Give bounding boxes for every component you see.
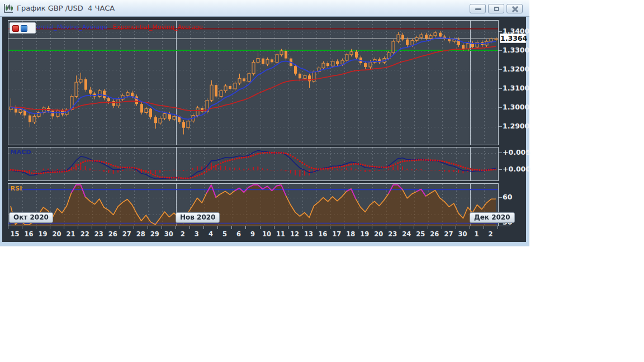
macd-panel: MACD xyxy=(8,147,499,181)
time-axis-tick xyxy=(456,226,456,229)
time-axis-label: 17 xyxy=(329,230,344,238)
window-title-bar[interactable]: График GBP /USD 4 ЧАСА xyxy=(0,0,529,17)
time-axis-tick xyxy=(190,226,190,229)
rsi-chart-canvas[interactable] xyxy=(8,184,498,226)
time-axis-label: 19 xyxy=(357,230,372,238)
time-axis-tick xyxy=(428,226,428,229)
time-axis-tick xyxy=(372,226,372,229)
price-chart-canvas[interactable] xyxy=(8,21,498,145)
time-axis-tick xyxy=(50,226,50,229)
time-axis-tick xyxy=(148,226,148,229)
time-axis-tick xyxy=(484,226,484,229)
time-axis-tick xyxy=(302,226,302,229)
time-axis-label: 23 xyxy=(92,230,106,238)
time-axis-label: 29 xyxy=(148,230,162,238)
time-axis-label: 23 xyxy=(385,230,400,238)
macd-chart-canvas[interactable] xyxy=(8,147,498,180)
time-axis-tick xyxy=(8,226,8,229)
price-axis-label: 1.3200 xyxy=(503,65,528,74)
restore-button[interactable] xyxy=(488,4,504,13)
price-axis-tick xyxy=(499,107,502,108)
rsi-panel: RSI xyxy=(8,183,499,226)
time-axis-label: 24 xyxy=(399,230,414,238)
month-label-oct: Окт 2020 xyxy=(9,212,53,223)
minimize-button[interactable] xyxy=(470,4,486,13)
time-axis-tick xyxy=(400,226,400,229)
price-axis-label: 1.3100 xyxy=(503,84,528,93)
time-axis-label: 27 xyxy=(441,230,456,238)
rsi-axis-label: 60 xyxy=(503,193,528,202)
time-axis-label: 19 xyxy=(36,230,50,238)
time-axis-tick xyxy=(386,226,386,229)
time-axis-label: 4 xyxy=(203,230,218,238)
time-axis-tick xyxy=(78,226,78,229)
time-axis-tick xyxy=(316,226,316,229)
time-axis-label: 25 xyxy=(413,230,428,238)
time-axis-tick xyxy=(203,226,204,229)
time-axis-label: 16 xyxy=(22,230,36,238)
time-axis-tick xyxy=(358,226,358,229)
time-axis-tick xyxy=(106,226,106,229)
price-axis-label: 1.3300 xyxy=(503,46,528,55)
price-axis-label: 1.3000 xyxy=(503,103,528,112)
time-axis-label: 11 xyxy=(273,230,288,238)
time-axis-label: 30 xyxy=(162,230,176,238)
time-axis-label: 16 xyxy=(315,230,330,238)
price-panel: Exponential_Moving_AverageExponential_Mo… xyxy=(8,20,499,145)
time-axis-label: 22 xyxy=(78,230,92,238)
time-axis-tick xyxy=(92,226,92,229)
time-axis-tick xyxy=(470,226,470,229)
price-axis-label: 1.2900 xyxy=(503,122,528,131)
time-axis-tick xyxy=(120,226,120,229)
time-axis-label: 12 xyxy=(287,230,302,238)
page: График GBP /USD 4 ЧАСА Exponential_Movin… xyxy=(0,0,644,362)
time-axis-label: 10 xyxy=(259,230,274,238)
price-axis-tick xyxy=(499,31,502,32)
time-axis-tick xyxy=(176,226,176,229)
time-axis-label: 1 xyxy=(469,230,484,238)
time-axis-tick xyxy=(22,226,22,229)
indicator-legend: Exponential_Moving_AverageExponential_Mo… xyxy=(17,23,203,31)
macd-axis-label: +0.005 xyxy=(503,148,528,157)
time-axis-tick xyxy=(344,226,344,229)
time-axis-label: 27 xyxy=(120,230,134,238)
time-axis-label: 20 xyxy=(371,230,386,238)
month-label-dec: Дек 2020 xyxy=(470,212,515,223)
time-axis-line xyxy=(8,226,510,226)
time-axis-label: 3 xyxy=(190,230,204,238)
indicator-toggle-red-button[interactable] xyxy=(12,25,19,32)
time-axis-label: 2 xyxy=(483,230,498,238)
time-axis-tick xyxy=(36,226,36,229)
time-axis-tick xyxy=(231,226,232,229)
month-label-nov: Нов 2020 xyxy=(176,212,220,223)
time-axis-label: 26 xyxy=(106,230,120,238)
candlestick-chart-icon xyxy=(3,3,13,13)
time-axis-tick xyxy=(274,226,274,229)
time-axis-label: 26 xyxy=(427,230,442,238)
macd-axis-tick xyxy=(499,169,502,170)
macd-label: MACD xyxy=(11,149,31,156)
time-axis-label: 30 xyxy=(455,230,470,238)
restore-icon xyxy=(494,7,499,11)
time-axis-tick xyxy=(414,226,414,229)
indicator-toggle-blue-button[interactable] xyxy=(21,25,27,32)
macd-axis-tick xyxy=(499,153,502,153)
close-button[interactable] xyxy=(506,4,523,13)
time-axis-label: 6 xyxy=(231,230,246,238)
rsi-axis-tick xyxy=(499,197,502,198)
time-axis-tick xyxy=(498,226,498,229)
time-axis-tick xyxy=(64,226,64,229)
time-axis-label: 28 xyxy=(134,230,148,238)
rsi-label: RSI xyxy=(11,185,22,192)
chart-body: Exponential_Moving_AverageExponential_Mo… xyxy=(2,17,526,242)
time-axis-tick xyxy=(330,226,330,229)
time-axis-label: 13 xyxy=(301,230,316,238)
current-price-badge: 1.3364 xyxy=(500,34,526,43)
indicator-buttons-panel xyxy=(10,22,36,34)
chart-app-window: График GBP /USD 4 ЧАСА Exponential_Movin… xyxy=(0,0,529,246)
time-axis-label: 2 xyxy=(176,230,190,238)
macd-axis-label: +0.000 xyxy=(503,165,528,174)
time-axis-tick xyxy=(260,226,261,229)
window-title: График GBP /USD 4 ЧАСА xyxy=(17,4,115,12)
time-axis-label: 9 xyxy=(245,230,260,238)
